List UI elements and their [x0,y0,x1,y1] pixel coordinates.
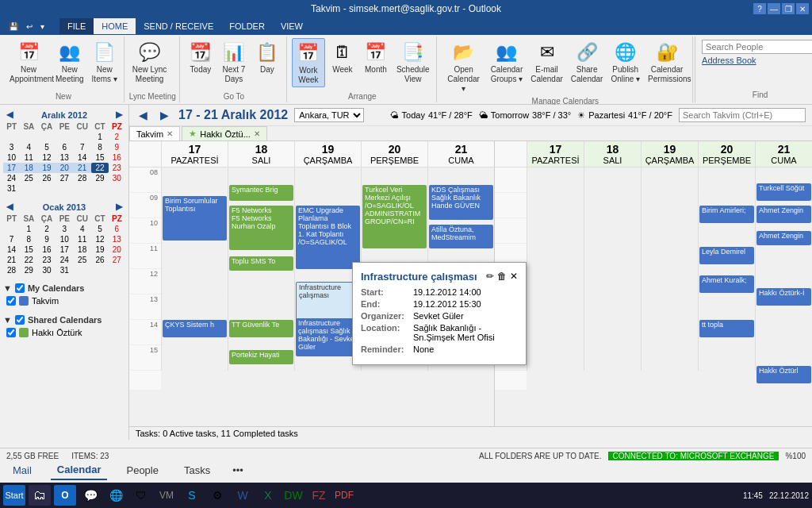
share-calendar-btn[interactable]: 🔗 ShareCalendar [568,38,607,86]
day-col-mon-right[interactable] [527,167,584,371]
event-hakki-right-thu[interactable]: tt topla [699,320,754,337]
work-week-btn[interactable]: 📅 WorkWeek [292,38,325,87]
help-btn[interactable]: ? [753,3,766,14]
close-btn[interactable]: ✕ [796,3,809,14]
day-col-wed-right[interactable] [641,167,698,371]
takvim-checkbox[interactable] [6,296,16,306]
cal-next-btn[interactable]: ▶ [157,109,172,121]
nav-tasks[interactable]: Tasks [178,461,216,479]
new-lync-btn[interactable]: 💬 New LyncMeeting [129,38,170,86]
day-col-thu-right[interactable]: Birim Amirleri; Leyla Demirel Ahmet Kura… [698,167,755,371]
day-col-tue[interactable]: Symantec Brig F5 NetworksF5 NetworksNurh… [228,167,294,371]
address-book-link[interactable]: Address Book [702,56,812,65]
location-select[interactable]: Ankara, TUR [294,108,364,122]
pdf-btn[interactable]: PDF [333,485,355,506]
day-col-wed[interactable]: EMC Upgrade Planlama Toplantısı B Blok 1… [294,167,361,371]
event-tt-guvenlik[interactable]: TT Güvenlik Te [229,320,293,337]
calendar-groups-btn[interactable]: 👥 CalendarGroups ▾ [488,38,527,86]
undo-quick-btn[interactable]: ↩ [24,21,35,32]
taskbar-btn6[interactable]: ⚙ [206,485,228,506]
event-symantec[interactable]: Symantec Brig [229,185,293,201]
day-col-fri-right[interactable]: Turkcell Söğüt Ahmet Zengin Ahmet Zengin… [755,167,812,371]
event-leyla[interactable]: Leyla Demirel [699,247,754,264]
event-f5networks[interactable]: F5 NetworksF5 NetworksNurhan Ozalp [229,206,293,250]
day-header-wed-right[interactable]: 19ÇARŞAMBA [641,141,698,167]
new-appointment-btn[interactable]: 📅 NewAppointment [6,38,51,86]
event-infra-detail[interactable]: Infrastructure çalışması Sağlık Bakanlığ… [296,318,360,356]
mini-cal-jan-prev[interactable]: ◀ [3,202,16,212]
event-hakki-right-fri2[interactable]: Hakkı Öztürl [756,366,811,383]
minimize-btn[interactable]: — [768,3,780,14]
day-header-fri-right[interactable]: 21CUMA [755,141,812,167]
popup-delete-btn[interactable]: 🗑 [497,271,507,282]
day-header-mon-left[interactable]: 17PAZARTESİ [161,141,228,167]
event-turkcel-veri[interactable]: Turkcel Veri Merkezi Açılışı /O=SAGLIK/O… [362,185,427,248]
tab-send-receive[interactable]: SEND / RECEIVE [136,18,221,34]
lync-btn[interactable]: 💬 [79,485,102,506]
new-items-btn[interactable]: 📄 NewItems ▾ [89,38,121,86]
takvim-calendar-item[interactable]: Takvim [3,294,125,307]
cal-tab-takvim-close[interactable]: ✕ [167,129,173,138]
event-kds[interactable]: KDS Çalışması Sağlık Bakanlık Hande GÜVE… [429,185,493,220]
cal-tab-takvim[interactable]: Takvim ✕ [129,126,180,140]
event-turkcell-soğut[interactable]: Turkcell Söğüt [756,183,811,201]
dreamweaver-btn[interactable]: DW [282,485,304,506]
customize-quick-btn[interactable]: ▾ [38,21,47,32]
antivirus-btn[interactable]: 🛡 [130,485,152,506]
email-calendar-btn[interactable]: ✉ E-mailCalendar [527,38,566,86]
chrome-btn[interactable]: 🌐 [105,485,127,506]
restore-btn[interactable]: ❐ [782,3,795,14]
event-atilla[interactable]: Atilla Öztuna, MedStreamim [429,225,493,248]
nav-more-btn[interactable]: ••• [229,461,247,479]
event-ckys[interactable]: ÇKYS Sistem h [163,320,227,337]
tab-file[interactable]: FILE [59,18,94,34]
cal-tab-hakki[interactable]: ★ Hakkı Öztü... ✕ [182,126,267,140]
day-col-tue-right[interactable] [584,167,641,371]
next7days-btn[interactable]: 📊 Next 7Days [218,38,250,86]
mini-cal-next-btn[interactable]: ▶ [113,110,125,120]
shared-calendars-header[interactable]: ▼ Shared Calendars [3,314,125,326]
save-quick-btn[interactable]: 💾 [6,21,21,32]
popup-close-btn[interactable]: ✕ [510,271,518,282]
skype-btn[interactable]: S [181,485,203,506]
outlook-btn[interactable]: O [54,485,76,506]
hakki-calendar-item[interactable]: Hakkı Öztürk [3,326,125,339]
day-header-thu-right[interactable]: 20PERŞEMBE [698,141,755,167]
today-btn[interactable]: 📆 Today [185,38,216,76]
nav-mail[interactable]: Mail [6,461,38,479]
my-calendars-checkbox[interactable] [15,283,25,293]
start-btn[interactable]: Start [3,485,25,506]
publish-online-btn[interactable]: 🌐 PublishOnline ▾ [607,38,643,86]
month-btn[interactable]: 📅 Month [360,38,392,76]
calendar-permissions-btn[interactable]: 🔐 CalendarPermissions [645,38,689,86]
hakki-checkbox[interactable] [6,328,16,337]
cal-tab-hakki-close[interactable]: ✕ [254,129,260,138]
day-header-tue-left[interactable]: 18SALI [228,141,294,167]
event-ahmet-zengin1[interactable]: Ahmet Zengin [756,206,811,223]
shared-calendars-checkbox[interactable] [15,315,25,325]
mini-cal-prev-btn[interactable]: ◀ [3,110,16,120]
word-btn[interactable]: W [232,485,254,506]
event-hakki-right-fri[interactable]: Hakkı Öztürk-İ [756,288,811,306]
popup-edit-btn[interactable]: ✏ [486,271,494,282]
new-meeting-btn[interactable]: 👥 NewMeeting [52,38,87,86]
week-btn[interactable]: 🗓 Week [327,38,358,76]
day-header-mon-right[interactable]: 17PAZARTESİ [527,141,584,167]
event-portekiz[interactable]: Portekiz Hayati [229,350,293,364]
excel-btn[interactable]: X [257,485,279,506]
event-birim[interactable]: Birim Sorumlular Toplantısı [163,196,227,241]
search-calendar-input[interactable] [679,108,806,122]
day-header-wed-left[interactable]: 19ÇARŞAMBA [294,141,361,167]
explorer-btn[interactable]: 🗂 [29,485,51,506]
tab-folder[interactable]: FOLDER [221,18,273,34]
day-header-thu-left[interactable]: 20PERŞEMBE [361,141,427,167]
open-calendar-btn[interactable]: 📂 OpenCalendar ▾ [442,38,486,95]
day-col-mon[interactable]: Birim Sorumlular Toplantısı ÇKYS Sistem … [161,167,228,371]
search-people-input[interactable] [702,40,812,54]
day-header-fri-left[interactable]: 21CUMA [427,141,494,167]
event-ahmet-kuralki[interactable]: Ahmet Kuralk; [699,275,754,293]
event-emc-upgrade[interactable]: EMC Upgrade Planlama Toplantısı B Blok 1… [296,206,360,269]
my-calendars-header[interactable]: ▼ My Calendars [3,282,125,294]
tab-view[interactable]: VIEW [273,18,311,34]
day-header-tue-right[interactable]: 18SALI [584,141,641,167]
